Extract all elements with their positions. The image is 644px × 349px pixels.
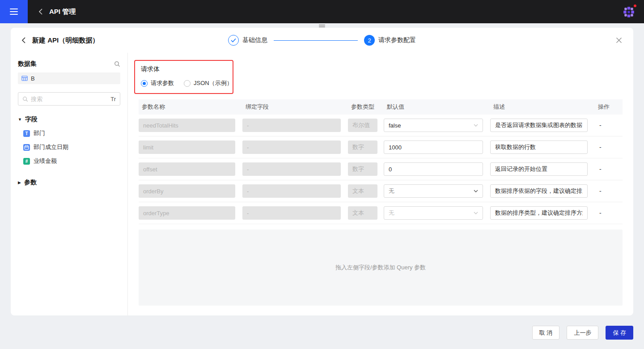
- field-search-input[interactable]: [31, 96, 108, 102]
- field-search-box: Tr: [18, 92, 120, 106]
- param-type-input: [348, 184, 377, 198]
- param-row-limit: -: [139, 136, 623, 158]
- field-item-performance-amount[interactable]: # 业绩金额: [23, 157, 120, 165]
- step-label: 请求参数配置: [378, 36, 416, 44]
- dialog-header: 新建 API（明细数据） 基础信息 2 请求参数配置: [11, 28, 633, 53]
- col-description: 描述: [490, 103, 595, 111]
- dataset-sidebar: 数据集 B Tr ▼ 字段: [11, 53, 128, 315]
- request-body-label: 请求体: [141, 65, 227, 73]
- param-type-input: [348, 206, 377, 220]
- col-default-value: 默认值: [384, 103, 490, 111]
- param-table-header: 参数名称 绑定字段 参数类型 默认值 描述 操作: [139, 99, 623, 115]
- chevron-down-icon: [474, 124, 478, 127]
- dataset-item[interactable]: B: [18, 72, 120, 84]
- request-config-content: 请求体 请求参数 JSON（示例） 参数名称 绑定字段 参数类型 默: [128, 53, 633, 315]
- param-row-needTotalHits: false -: [139, 115, 623, 136]
- params-section-label: 参数: [24, 179, 37, 187]
- cancel-button[interactable]: 取 消: [532, 326, 560, 340]
- col-param-type: 参数类型: [348, 103, 384, 111]
- radio-label: 请求参数: [151, 79, 174, 87]
- step-basic-info: 基础信息: [228, 35, 267, 46]
- param-name-input: [139, 140, 235, 154]
- param-name-input: [139, 119, 235, 132]
- col-bind-field: 绑定字段: [242, 103, 348, 111]
- bind-field-input: [242, 140, 341, 154]
- save-button[interactable]: 保 存: [606, 326, 633, 340]
- param-type-input: [348, 119, 377, 132]
- date-field-icon: [23, 144, 30, 151]
- previous-step-button[interactable]: 上一步: [567, 326, 598, 340]
- description-input[interactable]: [490, 162, 588, 176]
- step-label: 基础信息: [242, 36, 267, 44]
- col-action: 操作: [595, 103, 623, 111]
- radio-json-example[interactable]: JSON（示例）: [184, 79, 233, 87]
- bind-field-input: [242, 184, 341, 198]
- row-action: -: [595, 122, 623, 129]
- field-label: 业绩金额: [34, 157, 57, 165]
- topbar-title: API 管理: [49, 8, 76, 16]
- description-input[interactable]: [490, 184, 588, 198]
- text-field-icon: T: [23, 130, 30, 137]
- close-icon[interactable]: [615, 37, 623, 44]
- row-action: -: [595, 209, 623, 217]
- radio-request-params[interactable]: 请求参数: [141, 79, 174, 87]
- param-row-offset: -: [139, 158, 623, 180]
- fields-section-header[interactable]: ▼ 字段: [18, 115, 120, 123]
- dialog-back-icon[interactable]: [21, 37, 26, 44]
- default-value-input[interactable]: [384, 140, 483, 154]
- description-input[interactable]: [490, 206, 588, 220]
- caret-down-icon: ▼: [18, 117, 22, 122]
- topbar-back-icon[interactable]: [38, 8, 43, 15]
- step-check-icon: [228, 35, 239, 46]
- description-input[interactable]: [490, 140, 588, 154]
- param-name-input: [139, 162, 235, 176]
- number-field-icon: #: [23, 158, 30, 165]
- dataset-name: B: [31, 75, 35, 82]
- params-section-header[interactable]: ▶ 参数: [18, 179, 120, 187]
- topbar: API 管理: [0, 0, 644, 23]
- description-input[interactable]: [490, 119, 588, 132]
- row-action: -: [595, 144, 623, 151]
- notification-dot: [634, 4, 636, 7]
- app-logo-icon[interactable]: [623, 6, 635, 18]
- param-type-input: [348, 140, 377, 154]
- bind-field-input: [242, 162, 341, 176]
- field-item-founding-date[interactable]: 部门成立日期: [23, 143, 120, 151]
- field-item-department[interactable]: T 部门: [23, 129, 120, 137]
- bind-field-input: [242, 119, 341, 132]
- radio-selected-icon: [141, 80, 148, 87]
- row-action: -: [595, 166, 623, 173]
- field-label: 部门成立日期: [34, 143, 68, 151]
- hamburger-menu-button[interactable]: [0, 0, 28, 23]
- dialog-footer: 取 消 上一步 保 存: [532, 326, 633, 340]
- radio-unselected-icon: [184, 80, 191, 87]
- dataset-label: 数据集: [18, 60, 37, 68]
- param-row-orderBy: 无 -: [139, 180, 623, 202]
- default-value-select[interactable]: 无: [384, 184, 483, 198]
- dataset-search-icon[interactable]: [114, 61, 120, 67]
- step-indicator: 基础信息 2 请求参数配置: [228, 35, 416, 46]
- step-number: 2: [364, 35, 375, 46]
- dataset-table-icon: [21, 75, 28, 81]
- field-label: 部门: [34, 129, 45, 137]
- new-api-dialog: 新建 API（明细数据） 基础信息 2 请求参数配置 数据集: [11, 28, 633, 315]
- param-name-input: [139, 206, 235, 220]
- col-param-name: 参数名称: [139, 103, 242, 111]
- chevron-down-icon: [474, 190, 478, 192]
- param-name-input: [139, 184, 235, 198]
- row-action: -: [595, 187, 623, 195]
- default-value-select[interactable]: 无: [384, 206, 483, 220]
- step-request-params: 2 请求参数配置: [364, 35, 416, 46]
- caret-right-icon: ▶: [18, 180, 21, 185]
- param-type-input: [348, 162, 377, 176]
- step-connector: [274, 40, 358, 41]
- radio-label: JSON（示例）: [194, 79, 233, 87]
- default-value-input[interactable]: [384, 162, 483, 176]
- dialog-title: 新建 API（明细数据）: [32, 36, 99, 45]
- fields-section-label: 字段: [25, 115, 38, 123]
- request-body-group: 请求体 请求参数 JSON（示例）: [134, 60, 233, 94]
- query-param-dropzone[interactable]: 拖入左侧字段/参数添加 Query 参数: [139, 230, 623, 306]
- default-value-select[interactable]: false: [384, 119, 483, 132]
- text-case-filter-icon[interactable]: Tr: [110, 96, 116, 102]
- bind-field-input: [242, 206, 341, 220]
